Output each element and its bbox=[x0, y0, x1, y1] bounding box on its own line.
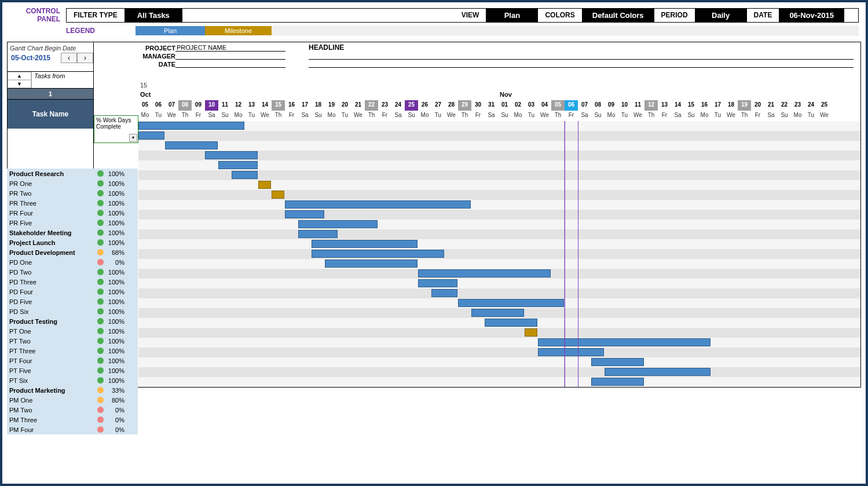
task-row[interactable]: PR Four100% bbox=[7, 208, 138, 218]
task-bar[interactable] bbox=[285, 200, 471, 209]
day-cell: 29 bbox=[458, 100, 471, 111]
day-cell: 14 bbox=[258, 100, 272, 111]
status-dot bbox=[97, 229, 104, 236]
task-bar[interactable] bbox=[591, 378, 644, 386]
task-row[interactable]: PD Three100% bbox=[7, 277, 138, 287]
task-bar[interactable] bbox=[591, 358, 644, 366]
dow-cell: Fr bbox=[192, 111, 205, 121]
task-row[interactable]: PT Two100% bbox=[7, 336, 138, 346]
task-bar[interactable] bbox=[205, 151, 258, 159]
task-row[interactable]: PR Three100% bbox=[7, 198, 138, 208]
task-row[interactable]: PR Two100% bbox=[7, 188, 138, 198]
task-bar[interactable] bbox=[232, 171, 258, 179]
task-row[interactable]: PD Six100% bbox=[7, 306, 138, 316]
today-line-end bbox=[578, 121, 578, 387]
task-bar[interactable] bbox=[285, 210, 324, 218]
task-bar[interactable] bbox=[458, 299, 564, 307]
task-bar[interactable] bbox=[138, 131, 164, 140]
day-cell: 06 bbox=[565, 100, 578, 111]
task-row[interactable]: PT Three100% bbox=[7, 346, 138, 356]
task-row[interactable]: Product Testing100% bbox=[7, 316, 138, 326]
task-row[interactable]: PM Four0% bbox=[7, 425, 138, 434]
collapse-up-button[interactable]: ▲ bbox=[8, 72, 31, 80]
task-bar[interactable] bbox=[312, 250, 444, 258]
pct-value: 100% bbox=[107, 367, 124, 374]
day-cell: 03 bbox=[525, 100, 538, 111]
task-row[interactable]: PM One80% bbox=[7, 395, 138, 405]
task-bar[interactable] bbox=[218, 161, 258, 169]
status-dot bbox=[97, 407, 104, 413]
task-row[interactable]: Product Marketing33% bbox=[7, 385, 138, 395]
begin-date-value[interactable]: 05-Oct-2015 bbox=[8, 53, 61, 63]
day-cell: 30 bbox=[471, 100, 485, 111]
gantt-row bbox=[138, 308, 860, 318]
milestone-bar[interactable] bbox=[525, 328, 537, 337]
gantt-row bbox=[138, 338, 860, 348]
task-bar[interactable] bbox=[605, 368, 710, 376]
task-row[interactable]: PM Two0% bbox=[7, 405, 138, 415]
task-bar[interactable] bbox=[418, 269, 551, 277]
task-row[interactable]: Product Research100% bbox=[7, 169, 138, 178]
pct-value: 0% bbox=[107, 259, 124, 266]
pct-value: 100% bbox=[107, 318, 124, 325]
task-row[interactable]: PT One100% bbox=[7, 326, 138, 336]
milestone-bar[interactable] bbox=[272, 191, 284, 199]
task-bar[interactable] bbox=[325, 260, 417, 268]
task-bar[interactable] bbox=[138, 122, 244, 130]
status-dot bbox=[97, 308, 104, 315]
proj-date-value[interactable] bbox=[175, 67, 285, 68]
headline-value-2[interactable] bbox=[309, 67, 854, 68]
dow-cell: We bbox=[631, 111, 644, 121]
task-row[interactable]: PD Two100% bbox=[7, 267, 138, 277]
task-row[interactable]: Product Development68% bbox=[7, 247, 138, 257]
task-bar[interactable] bbox=[471, 309, 524, 317]
task-row[interactable]: PT Six100% bbox=[7, 375, 138, 385]
dow-cell: Mo bbox=[605, 111, 618, 121]
task-row[interactable]: PD One0% bbox=[7, 257, 138, 267]
task-bar[interactable] bbox=[485, 319, 537, 327]
task-bar[interactable] bbox=[298, 230, 338, 238]
gantt-row bbox=[138, 249, 860, 259]
gantt-row bbox=[138, 259, 860, 269]
task-name: Product Marketing bbox=[7, 387, 93, 394]
prev-button[interactable]: ‹ bbox=[61, 53, 77, 63]
task-row[interactable]: PD Five100% bbox=[7, 297, 138, 306]
project-label: PROJECT bbox=[138, 45, 175, 52]
task-row[interactable]: PR One100% bbox=[7, 178, 138, 188]
task-row[interactable]: PD Four100% bbox=[7, 287, 138, 297]
status-dot bbox=[97, 269, 104, 275]
task-row[interactable]: PT Four100% bbox=[7, 356, 138, 366]
task-row[interactable]: Stakeholder Meeting100% bbox=[7, 228, 138, 237]
date-value[interactable]: 06-Nov-2015 bbox=[779, 9, 844, 22]
gantt-row bbox=[138, 200, 860, 210]
milestone-bar[interactable] bbox=[258, 181, 271, 189]
headline-value[interactable] bbox=[309, 59, 854, 60]
collapse-down-button[interactable]: ▼ bbox=[8, 80, 31, 88]
task-bar[interactable] bbox=[165, 141, 218, 149]
manager-value[interactable] bbox=[175, 59, 285, 60]
dow-cell: Tu bbox=[525, 111, 538, 121]
task-bar[interactable] bbox=[298, 220, 378, 228]
task-bar[interactable] bbox=[312, 240, 417, 248]
gantt-row bbox=[138, 229, 860, 239]
task-bar[interactable] bbox=[431, 289, 457, 297]
project-value[interactable]: PROJECT NAME bbox=[175, 44, 285, 52]
day-cell: 05 bbox=[138, 100, 152, 111]
next-button[interactable]: › bbox=[77, 53, 93, 63]
task-bar[interactable] bbox=[538, 348, 604, 356]
task-row[interactable]: PM Three0% bbox=[7, 415, 138, 425]
task-row[interactable]: PT Five100% bbox=[7, 366, 138, 375]
view-value[interactable]: Plan bbox=[486, 9, 538, 22]
day-cell: 27 bbox=[431, 100, 445, 111]
pct-dropdown-icon[interactable]: ▾ bbox=[129, 134, 137, 142]
task-row[interactable]: Project Launch100% bbox=[7, 237, 138, 247]
filter-type-value[interactable]: All Tasks bbox=[124, 9, 182, 22]
status-dot bbox=[97, 288, 104, 295]
period-value[interactable]: Daily bbox=[695, 9, 747, 22]
legend-label: LEGEND bbox=[31, 27, 95, 35]
colors-value[interactable]: Default Colors bbox=[582, 9, 654, 22]
task-row[interactable]: PR Five100% bbox=[7, 218, 138, 228]
legend-milestone: Milestone bbox=[205, 26, 272, 35]
task-bar[interactable] bbox=[418, 279, 457, 287]
task-name: PD Three bbox=[7, 279, 93, 286]
